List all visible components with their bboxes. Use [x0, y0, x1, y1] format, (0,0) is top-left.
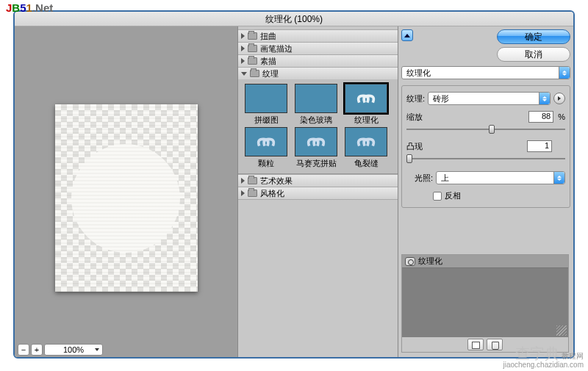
- relief-label: 凸现: [406, 141, 523, 152]
- effect-layer-row[interactable]: 纹理化: [402, 255, 568, 268]
- thumb-texturizer[interactable]: 纹理化: [341, 84, 391, 126]
- category-distort[interactable]: 扭曲: [238, 29, 398, 43]
- filter-options-panel: 纹理: 砖形 缩放 88 % 凸现 1: [401, 85, 570, 208]
- category-texture[interactable]: 纹理: [238, 67, 398, 80]
- folder-icon: [248, 45, 257, 52]
- thumb-craquelure[interactable]: 龟裂缝: [341, 127, 391, 169]
- category-stylize[interactable]: 风格化: [238, 187, 398, 200]
- folder-icon: [248, 177, 257, 184]
- new-effect-layer-button[interactable]: [467, 339, 484, 350]
- filter-gallery-window: 纹理化 (100%) − + 100% 扭曲 画笔描边 素描 纹理 拼缀图 染色…: [13, 10, 575, 359]
- window-title: 纹理化 (100%): [15, 12, 573, 26]
- texture-select[interactable]: 砖形: [428, 92, 551, 105]
- preview-canvas[interactable]: [55, 104, 198, 292]
- thumb-patchwork[interactable]: 拼缀图: [241, 84, 291, 126]
- zoom-value: 100%: [63, 345, 84, 354]
- category-brush-strokes[interactable]: 画笔描边: [238, 42, 398, 55]
- filter-category-pane: 扭曲 画笔描边 素描 纹理 拼缀图 染色玻璃 纹理化 颗粒 马赛克拼贴 龟裂缝 …: [238, 26, 398, 359]
- visibility-icon[interactable]: [405, 257, 415, 266]
- preview-pane: − + 100%: [15, 26, 238, 359]
- folder-icon: [248, 190, 257, 197]
- folder-icon: [250, 70, 259, 77]
- ok-button[interactable]: 确定: [497, 29, 570, 44]
- thumb-grain[interactable]: 颗粒: [241, 127, 291, 169]
- folder-icon: [248, 57, 257, 65]
- invert-checkbox[interactable]: [433, 192, 442, 201]
- scale-label: 缩放: [406, 112, 524, 123]
- scale-unit: %: [558, 112, 565, 121]
- zoom-out-button[interactable]: −: [18, 344, 29, 356]
- effect-layer-label: 纹理化: [418, 256, 442, 267]
- scale-input[interactable]: 88: [528, 111, 553, 123]
- relief-input[interactable]: 1: [527, 140, 552, 152]
- invert-label: 反相: [445, 191, 461, 200]
- light-select[interactable]: 上: [436, 171, 565, 184]
- thumb-mosaic-tiles[interactable]: 马赛克拼贴: [291, 127, 341, 169]
- effect-layers-panel: 纹理化: [401, 254, 569, 353]
- watermark-bottom-right: 查字典 教程网 jiaocheng.chazidian.com: [503, 349, 584, 370]
- cancel-button[interactable]: 取消: [497, 47, 570, 62]
- texture-menu-button[interactable]: [553, 93, 565, 104]
- texture-label: 纹理:: [406, 93, 425, 104]
- scale-slider[interactable]: [406, 124, 565, 134]
- thumb-stained-glass[interactable]: 染色玻璃: [291, 84, 341, 126]
- folder-icon: [248, 32, 257, 40]
- relief-slider[interactable]: [406, 154, 565, 164]
- light-label: 光照:: [406, 173, 433, 184]
- delete-effect-layer-button[interactable]: [487, 339, 503, 350]
- texture-thumbnails: 拼缀图 染色玻璃 纹理化 颗粒 马赛克拼贴 龟裂缝: [238, 79, 398, 174]
- resize-grip-icon[interactable]: [556, 325, 567, 336]
- category-sketch[interactable]: 素描: [238, 54, 398, 68]
- watermark-top: JB51.Net: [6, 1, 53, 14]
- filter-select[interactable]: 纹理化: [401, 66, 570, 79]
- category-artistic[interactable]: 艺术效果: [238, 174, 398, 187]
- zoom-select[interactable]: 100%: [44, 344, 103, 356]
- collapse-toggle[interactable]: [401, 29, 413, 41]
- zoom-in-button[interactable]: +: [31, 344, 43, 356]
